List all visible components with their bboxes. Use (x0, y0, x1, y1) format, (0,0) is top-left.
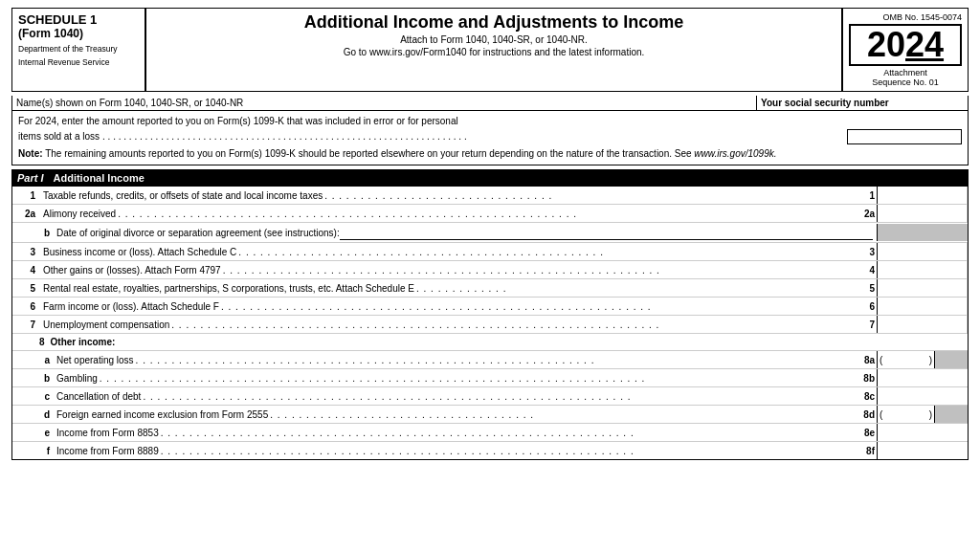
form-lines: 1 Taxable refunds, credits, or offsets o… (11, 187, 969, 460)
line5-input[interactable] (877, 279, 968, 297)
line8-other-income-text: Other income: (51, 337, 116, 347)
line8a-desc: Net operating loss . . . . . . . . . . .… (53, 353, 856, 367)
line8a-text: Net operating loss (56, 355, 134, 365)
line7-input[interactable] (877, 316, 968, 333)
line8e-fieldnum: 8e (856, 428, 877, 438)
line1-input[interactable] (877, 187, 968, 204)
line3-dots: . . . . . . . . . . . . . . . . . . . . … (236, 247, 852, 257)
line5-text: Rental real estate, royalties, partnersh… (43, 283, 414, 294)
line-1: 1 Taxable refunds, credits, or offsets o… (12, 187, 968, 205)
line-3: 3 Business income or (loss). Attach Sche… (12, 243, 968, 261)
line8d-text: Foreign earned income exclusion from For… (56, 409, 268, 420)
line6-text: Farm income or (loss). Attach Schedule F (43, 301, 219, 312)
line8c-fieldnum: 8c (856, 391, 877, 402)
line2a-desc: Alimony received . . . . . . . . . . . .… (39, 207, 856, 221)
line4-input[interactable] (877, 261, 968, 278)
line2b-shaded (877, 224, 968, 241)
line6-input[interactable] (877, 298, 968, 315)
line6-fieldnum: 6 (856, 301, 877, 312)
line4-dots: . . . . . . . . . . . . . . . . . . . . … (221, 265, 852, 276)
line8c-input[interactable] (877, 387, 968, 405)
line8d-close-paren: ) (929, 409, 932, 420)
line1-text: Taxable refunds, credits, or offsets of … (43, 190, 323, 201)
line5-num: 5 (12, 283, 39, 294)
line4-desc: Other gains or (losses). Attach Form 479… (39, 263, 856, 277)
note-bold: Note: (18, 148, 43, 159)
line1-num: 1 (12, 190, 39, 201)
line7-fieldnum: 7 (856, 320, 877, 330)
note-text: The remaining amounts reported to you on… (45, 148, 691, 159)
line8d-fieldnum: 8d (856, 409, 877, 420)
line2b-desc: Date of original divorce or separation a… (53, 223, 877, 242)
line8d-desc: Foreign earned income exclusion from For… (53, 408, 856, 422)
name-row: Name(s) shown on Form 1040, 1040-SR, or … (11, 96, 969, 111)
line8e-text: Income from Form 8853 (56, 428, 159, 438)
intro-input[interactable] (847, 129, 962, 144)
line-2a: 2a Alimony received . . . . . . . . . . … (12, 205, 968, 223)
year-24: 24 (905, 25, 944, 64)
line4-num: 4 (12, 265, 39, 276)
line8c-desc: Cancellation of debt . . . . . . . . . .… (53, 389, 856, 404)
line8a-sub: a (39, 355, 53, 365)
line3-fieldnum: 3 (856, 247, 877, 257)
line-7: 7 Unemployment compensation . . . . . . … (12, 316, 968, 334)
line8a-close-paren: ) (929, 355, 932, 365)
line2a-text: Alimony received (43, 209, 116, 219)
schedule-info: SCHEDULE 1 (Form 1040) Department of the… (12, 9, 146, 91)
intro-section: For 2024, enter the amount reported to y… (11, 111, 969, 165)
ssn-label: Your social security number (757, 96, 968, 110)
line8b-desc: Gambling . . . . . . . . . . . . . . . .… (53, 371, 856, 386)
line8d-shaded (934, 406, 968, 423)
line5-desc: Rental real estate, royalties, partnersh… (39, 281, 856, 296)
line4-fieldnum: 4 (856, 265, 877, 276)
dept-line2: Internal Revenue Service (18, 57, 139, 67)
line2b-sub: b (39, 228, 53, 238)
year-20: 20 (867, 25, 905, 64)
year-box: 2024 (849, 24, 962, 66)
intro-dots: . . . . . . . . . . . . . . . . . . . . … (100, 130, 847, 143)
line8-num-label: 8 (39, 337, 45, 347)
dept-line1: Department of the Treasury (18, 44, 139, 54)
part1-header: Part I Additional Income (11, 169, 969, 187)
line-8b: b Gambling . . . . . . . . . . . . . . .… (12, 369, 968, 387)
intro-text2: items sold at a loss (18, 130, 100, 143)
line-8f: f Income from Form 8889 . . . . . . . . … (12, 442, 968, 459)
line1-fieldnum: 1 (856, 190, 877, 201)
attachment-label: Attachment (849, 68, 962, 77)
line-4: 4 Other gains or (losses). Attach Form 4… (12, 261, 968, 279)
line2a-input[interactable] (877, 205, 968, 222)
line3-desc: Business income or (loss). Attach Schedu… (39, 245, 856, 259)
line8b-input[interactable] (877, 369, 968, 386)
line8f-text: Income from Form 8889 (56, 446, 159, 456)
page: SCHEDULE 1 (Form 1040) Department of the… (0, 0, 980, 468)
line3-input[interactable] (877, 243, 968, 260)
line8e-input[interactable] (877, 424, 968, 441)
line-8a: a Net operating loss . . . . . . . . . .… (12, 351, 968, 369)
line8e-desc: Income from Form 8853 . . . . . . . . . … (53, 426, 856, 440)
line8a-dots: . . . . . . . . . . . . . . . . . . . . … (134, 355, 852, 365)
line8c-dots: . . . . . . . . . . . . . . . . . . . . … (141, 391, 852, 402)
line8b-fieldnum: 8b (856, 373, 877, 384)
line8d-dots: . . . . . . . . . . . . . . . . . . . . … (268, 409, 852, 420)
header: SCHEDULE 1 (Form 1040) Department of the… (11, 8, 969, 92)
line-8c: c Cancellation of debt . . . . . . . . .… (12, 387, 968, 406)
line4-text: Other gains or (losses). Attach Form 479… (43, 265, 221, 276)
line8a-paren-input[interactable]: ( ) (877, 351, 934, 368)
line2a-num: 2a (12, 209, 39, 219)
intro-text1: For 2024, enter the amount reported to y… (18, 115, 458, 128)
line8c-text: Cancellation of debt (56, 391, 141, 402)
line8b-dots: . . . . . . . . . . . . . . . . . . . . … (98, 373, 852, 384)
name-label: Name(s) shown on Form 1040, 1040-SR, or … (12, 96, 757, 110)
line8a-open-paren: ( (880, 355, 882, 365)
line7-text: Unemployment compensation (43, 320, 169, 330)
line-6: 6 Farm income or (loss). Attach Schedule… (12, 298, 968, 316)
line8a-fieldnum: 8a (856, 355, 877, 365)
line2b-date-input[interactable] (340, 225, 873, 240)
line2a-dots: . . . . . . . . . . . . . . . . . . . . … (116, 209, 852, 219)
line8f-sub: f (39, 446, 53, 456)
line7-dots: . . . . . . . . . . . . . . . . . . . . … (169, 320, 852, 330)
sequence-label: Sequence No. 01 (849, 77, 962, 87)
line8f-input[interactable] (877, 442, 968, 459)
line5-fieldnum: 5 (856, 283, 877, 294)
line8d-paren-input[interactable]: ( ) (877, 406, 934, 423)
